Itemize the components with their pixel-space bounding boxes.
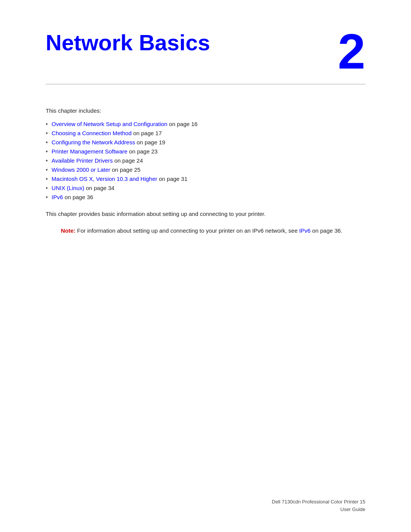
chapter-title: Network Basics — [46, 30, 210, 55]
bullet-icon: • — [46, 139, 48, 146]
list-item: • UNIX (Linux) on page 34 — [46, 185, 365, 192]
bullet-icon: • — [46, 130, 48, 137]
list-item: • IPv6 on page 36 — [46, 194, 365, 201]
footer-line2: User Guide — [272, 506, 365, 513]
toc-link-unix[interactable]: UNIX (Linux) — [52, 185, 84, 191]
bullet-icon: • — [46, 176, 48, 182]
note-ipv6-link[interactable]: IPv6 — [299, 227, 311, 234]
chapter-header: Network Basics 2 — [46, 30, 365, 85]
toc-link-windows[interactable]: Windows 2000 or Later — [52, 166, 110, 173]
toc-suffix-7: on page 34 — [84, 185, 114, 191]
note-block: Note: For information about setting up a… — [61, 226, 365, 235]
toc-suffix-8: on page 36 — [63, 194, 93, 200]
intro-text: This chapter includes: — [46, 107, 365, 114]
footer-line1: Dell 7130cdn Professional Color Printer … — [272, 498, 365, 506]
bullet-icon: • — [46, 121, 48, 128]
bullet-icon: • — [46, 194, 48, 201]
toc-suffix-5: on page 25 — [110, 166, 140, 173]
bullet-icon: • — [46, 148, 48, 155]
toc-suffix-0: on page 16 — [167, 121, 198, 127]
toc-link-macintosh[interactable]: Macintosh OS X, Version 10.3 and Higher — [52, 176, 158, 182]
toc-link-connection[interactable]: Choosing a Connection Method — [52, 130, 132, 136]
list-item: • Available Printer Drivers on page 24 — [46, 157, 365, 164]
note-suffix: on page 36. — [311, 227, 342, 234]
note-label: Note: — [61, 227, 75, 234]
toc-suffix-4: on page 24 — [113, 157, 143, 164]
bullet-icon: • — [46, 157, 48, 164]
note-text: For information about setting up and con… — [75, 227, 299, 234]
bullet-icon: • — [46, 166, 48, 173]
toc-list: • Overview of Network Setup and Configur… — [46, 121, 365, 201]
toc-suffix-1: on page 17 — [132, 130, 162, 136]
list-item: • Windows 2000 or Later on page 25 — [46, 166, 365, 173]
page-container: Network Basics 2 This chapter includes: … — [0, 0, 411, 532]
toc-link-overview[interactable]: Overview of Network Setup and Configurat… — [52, 121, 167, 127]
toc-suffix-3: on page 23 — [127, 148, 158, 155]
list-item: • Overview of Network Setup and Configur… — [46, 121, 365, 128]
body-paragraph: This chapter provides basic information … — [46, 210, 365, 219]
bullet-icon: • — [46, 185, 48, 192]
list-item: • Configuring the Network Address on pag… — [46, 139, 365, 146]
toc-suffix-2: on page 19 — [135, 139, 165, 145]
list-item: • Printer Management Software on page 23 — [46, 148, 365, 155]
toc-link-printer-mgmt[interactable]: Printer Management Software — [52, 148, 127, 155]
toc-suffix-6: on page 31 — [157, 176, 187, 182]
footer: Dell 7130cdn Professional Color Printer … — [272, 498, 365, 513]
list-item: • Macintosh OS X, Version 10.3 and Highe… — [46, 176, 365, 182]
toc-link-printer-drivers[interactable]: Available Printer Drivers — [52, 157, 113, 164]
toc-link-network-address[interactable]: Configuring the Network Address — [52, 139, 135, 145]
toc-link-ipv6[interactable]: IPv6 — [52, 194, 63, 200]
chapter-number: 2 — [338, 27, 365, 76]
list-item: • Choosing a Connection Method on page 1… — [46, 130, 365, 137]
